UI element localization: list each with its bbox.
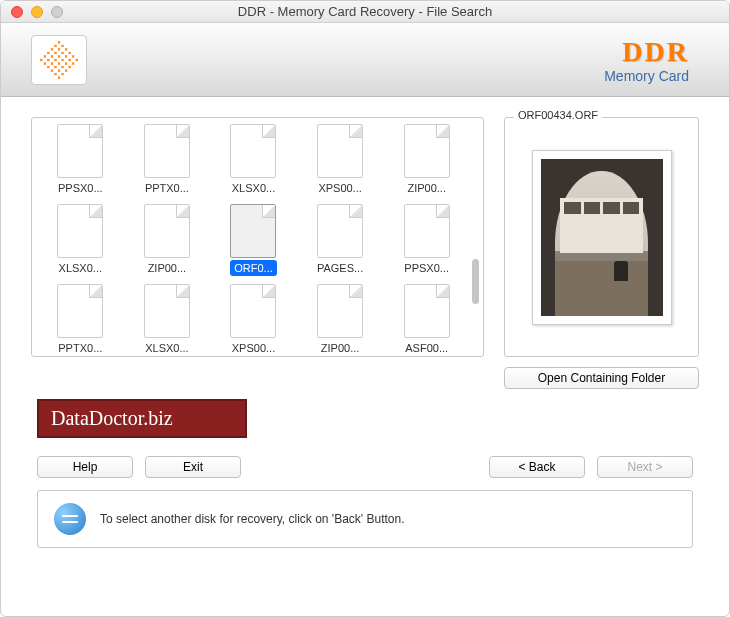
file-label: PPSX0... [400,260,453,276]
open-folder-row: Open Containing Folder [1,367,729,389]
main-content: PPSX0...PPTX0...XLSX0...XPS00...ZIP00...… [1,97,729,357]
hint-box: To select another disk for recovery, cli… [37,490,693,548]
file-item[interactable]: XLSX0... [40,202,121,276]
file-label: XPS00... [228,340,279,356]
file-item[interactable]: XLSX0... [213,122,294,196]
file-item[interactable]: ZIP00... [300,282,381,356]
app-logo [31,35,87,85]
file-label: ZIP00... [144,260,191,276]
file-icon [404,204,450,258]
file-icon [404,284,450,338]
file-label: XLSX0... [55,260,106,276]
help-button[interactable]: Help [37,456,133,478]
file-label: ZIP00... [403,180,450,196]
wizard-buttons: Help Exit < Back Next > [1,438,729,486]
chat-bubble-icon [54,503,86,535]
file-item[interactable]: XPS00... [300,122,381,196]
titlebar: DDR - Memory Card Recovery - File Search [1,1,729,23]
file-label: XLSX0... [141,340,192,356]
file-item[interactable]: PPTX0... [40,282,121,356]
file-item[interactable]: ZIP00... [127,202,208,276]
file-icon [230,204,276,258]
file-list-scrollbar[interactable] [472,128,480,346]
file-item[interactable]: PPSX0... [40,122,121,196]
brand-name: DDR [604,36,689,68]
file-list-panel: PPSX0...PPTX0...XLSX0...XPS00...ZIP00...… [31,117,484,357]
file-label: PAGES... [313,260,367,276]
file-icon [317,124,363,178]
file-label: ASF00... [401,340,452,356]
brand-block: DDR Memory Card [604,36,699,84]
header-banner: DDR Memory Card [1,23,729,97]
window-title: DDR - Memory Card Recovery - File Search [1,4,729,19]
brand-product: Memory Card [604,68,689,84]
file-item[interactable]: ORF0... [213,202,294,276]
file-item[interactable]: ZIP00... [386,122,467,196]
file-label: ZIP00... [317,340,364,356]
file-icon [144,204,190,258]
file-icon [404,124,450,178]
file-item[interactable]: PAGES... [300,202,381,276]
file-panel-wrapper: PPSX0...PPTX0...XLSX0...XPS00...ZIP00...… [31,117,484,357]
file-icon [57,204,103,258]
file-item[interactable]: XLSX0... [127,282,208,356]
file-icon [317,204,363,258]
preview-filename: ORF00434.ORF [514,109,602,121]
back-button[interactable]: < Back [489,456,585,478]
file-icon [317,284,363,338]
preview-panel-wrapper: ORF00434.ORF [504,117,699,357]
file-item[interactable]: PPSX0... [386,202,467,276]
file-item[interactable]: XPS00... [213,282,294,356]
exit-button[interactable]: Exit [145,456,241,478]
preview-frame [532,150,672,325]
file-icon [144,284,190,338]
file-label: XPS00... [314,180,365,196]
file-label: PPTX0... [141,180,193,196]
file-label: PPSX0... [54,180,107,196]
open-containing-folder-button[interactable]: Open Containing Folder [504,367,699,389]
file-icon [57,284,103,338]
preview-image [541,159,663,316]
file-icon [230,284,276,338]
file-label: XLSX0... [228,180,279,196]
next-button: Next > [597,456,693,478]
file-label: PPTX0... [54,340,106,356]
file-icon [144,124,190,178]
file-item[interactable]: PPTX0... [127,122,208,196]
file-icon [230,124,276,178]
file-label: ORF0... [230,260,277,276]
preview-panel [504,117,699,357]
file-icon [57,124,103,178]
datadoctor-badge: DataDoctor.biz [37,399,247,438]
hint-text: To select another disk for recovery, cli… [100,512,405,526]
file-grid: PPSX0...PPTX0...XLSX0...XPS00...ZIP00...… [32,118,483,357]
scroll-thumb[interactable] [472,259,479,304]
checker-icon [38,38,80,80]
file-item[interactable]: ASF00... [386,282,467,356]
